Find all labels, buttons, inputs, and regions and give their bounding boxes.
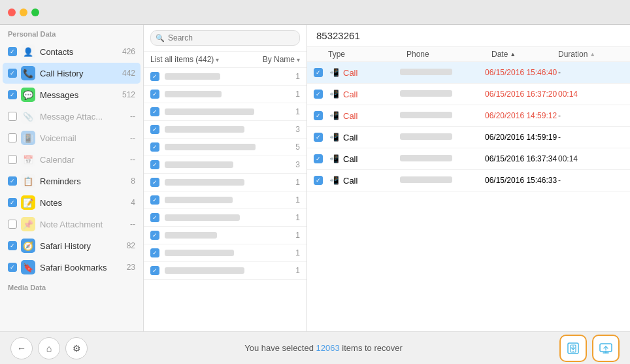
blurred-name-bar xyxy=(165,267,244,274)
sidebar-label-messages: Messages xyxy=(40,90,120,100)
detail-row-checkbox[interactable] xyxy=(314,176,323,185)
sidebar-item-voicemail[interactable]: 📳Voicemail-- xyxy=(3,127,141,148)
list-row-checkbox[interactable] xyxy=(150,125,159,134)
sidebar-checkbox-safari-history[interactable] xyxy=(8,241,17,250)
list-row[interactable]: 1 xyxy=(144,227,307,244)
col-header-date[interactable]: Date ▲ xyxy=(491,50,558,59)
col-header-duration[interactable]: Duration ▲ xyxy=(558,50,623,59)
list-row[interactable]: 5 xyxy=(144,139,307,156)
list-row-checkbox[interactable] xyxy=(150,160,159,169)
sidebar-icon-voicemail: 📳 xyxy=(21,131,35,145)
recover-to-computer-button[interactable] xyxy=(592,335,620,362)
blurred-phone-bar xyxy=(400,90,452,97)
list-row-checkbox[interactable] xyxy=(150,90,159,99)
detail-duration: 00:14 xyxy=(558,90,623,99)
detail-date: 06/15/2016 15:46:33 xyxy=(485,176,558,185)
search-icon: 🔍 xyxy=(156,34,165,42)
sidebar-item-messages[interactable]: 💬Messages512 xyxy=(3,84,141,105)
bottom-status: You have selected 12063 items to recover xyxy=(244,343,403,353)
sidebar-checkbox-voicemail[interactable] xyxy=(8,133,17,142)
sidebar-item-reminders[interactable]: 📋Reminders8 xyxy=(3,171,141,191)
blurred-name-bar xyxy=(165,144,256,150)
detail-list: 📲Call06/15/2016 15:46:40-📲Call06/15/2016… xyxy=(307,62,630,331)
sidebar-label-safari-history: Safari History xyxy=(40,241,124,251)
detail-phone xyxy=(400,90,485,99)
list-row[interactable]: 1 xyxy=(144,103,307,121)
list-row-checkbox[interactable] xyxy=(150,231,159,240)
sidebar-item-calendar[interactable]: 📅Calendar-- xyxy=(3,149,141,170)
detail-row-checkbox[interactable] xyxy=(314,68,323,77)
sidebar-item-call-history[interactable]: 📞Call History442 xyxy=(3,63,141,84)
duration-sort-icon: ▲ xyxy=(589,51,595,58)
search-input[interactable] xyxy=(150,30,300,46)
detail-row[interactable]: 📲Call06/15/2016 15:46:40- xyxy=(307,62,630,84)
list-row[interactable]: 1 xyxy=(144,86,307,103)
list-row-checkbox[interactable] xyxy=(150,72,159,81)
close-button[interactable] xyxy=(8,8,16,16)
sidebar-count-note-attachment: -- xyxy=(130,220,135,229)
list-row[interactable]: 3 xyxy=(144,121,307,139)
minimize-button[interactable] xyxy=(20,8,27,16)
detail-row[interactable]: 📲Call06/20/2016 14:59:19- xyxy=(307,127,630,148)
sidebar-count-messages: 512 xyxy=(122,90,135,99)
list-row[interactable]: 3 xyxy=(144,156,307,174)
list-row-checkbox[interactable] xyxy=(150,248,159,257)
blurred-name-bar xyxy=(165,161,233,168)
sidebar-checkbox-call-history[interactable] xyxy=(8,69,17,78)
sidebar-item-safari-bookmarks[interactable]: 🔖Safari Bookmarks23 xyxy=(3,257,141,278)
list-dropdown-chevron: ▾ xyxy=(216,56,219,63)
list-row[interactable]: 1 xyxy=(144,209,307,227)
list-row[interactable]: 1 xyxy=(144,191,307,209)
col-header-phone: Phone xyxy=(406,50,491,59)
sidebar-label-calendar: Calendar xyxy=(40,155,127,165)
sidebar-checkbox-notes[interactable] xyxy=(8,198,17,207)
sidebar-checkbox-note-attachment[interactable] xyxy=(8,220,17,229)
sidebar-checkbox-safari-bookmarks[interactable] xyxy=(8,263,17,272)
sidebar-item-safari-history[interactable]: 🧭Safari History82 xyxy=(3,235,141,256)
back-button[interactable]: ← xyxy=(10,337,33,359)
detail-row-checkbox[interactable] xyxy=(314,90,323,99)
list-row-checkbox[interactable] xyxy=(150,107,159,116)
list-row-checkbox[interactable] xyxy=(150,213,159,222)
maximize-button[interactable] xyxy=(31,8,39,16)
detail-row-checkbox[interactable] xyxy=(314,133,323,142)
sort-dropdown[interactable]: By Name ▾ xyxy=(263,55,300,64)
sidebar-item-note-attachment[interactable]: 📌Note Attachment-- xyxy=(3,214,141,235)
detail-row[interactable]: 📲Call06/20/2016 14:59:12- xyxy=(307,105,630,127)
sidebar-item-contacts[interactable]: 👤Contacts426 xyxy=(3,41,141,62)
detail-row[interactable]: 📲Call06/15/2016 15:46:33- xyxy=(307,170,630,191)
settings-button[interactable]: ⚙ xyxy=(65,337,88,359)
sidebar-checkbox-calendar[interactable] xyxy=(8,155,17,164)
recover-to-device-button[interactable] xyxy=(559,335,587,362)
list-row[interactable]: 1 xyxy=(144,262,307,280)
sidebar-item-message-attac[interactable]: 📎Message Attac...-- xyxy=(3,106,141,127)
sidebar-checkbox-reminders[interactable] xyxy=(8,176,17,186)
list-row[interactable]: 1 xyxy=(144,174,307,191)
middle-panel: 🔍 List all items (442) ▾ By Name ▾ 11135… xyxy=(144,25,307,331)
sidebar-checkbox-messages[interactable] xyxy=(8,90,17,99)
list-row-checkbox[interactable] xyxy=(150,142,159,152)
detail-duration: - xyxy=(558,133,623,142)
list-row-checkbox[interactable] xyxy=(150,195,159,205)
list-row[interactable]: 1 xyxy=(144,244,307,262)
sidebar-count-reminders: 8 xyxy=(131,176,135,186)
detail-row-checkbox[interactable] xyxy=(314,111,323,120)
list-row-checkbox[interactable] xyxy=(150,178,159,187)
sidebar-checkbox-message-attac[interactable] xyxy=(8,112,17,121)
list-row-count: 1 xyxy=(295,248,300,257)
list-all-dropdown[interactable]: List all items (442) ▾ xyxy=(150,55,219,64)
list-row-checkbox[interactable] xyxy=(150,266,159,275)
detail-row[interactable]: 📲Call06/15/2016 16:37:2000:14 xyxy=(307,84,630,105)
home-button[interactable]: ⌂ xyxy=(38,337,60,359)
detail-row-checkbox[interactable] xyxy=(314,154,323,163)
list-row[interactable]: 1 xyxy=(144,68,307,86)
sidebar-label-notes: Notes xyxy=(40,198,128,208)
detail-phone xyxy=(400,68,485,77)
detail-row[interactable]: 📲Call06/15/2016 16:37:3400:14 xyxy=(307,148,630,170)
detail-type: 📲Call xyxy=(328,110,400,122)
call-icon: 📲 xyxy=(328,110,340,122)
call-label: Call xyxy=(343,176,357,186)
sidebar-item-notes[interactable]: 📝Notes4 xyxy=(3,192,141,213)
sidebar-checkbox-contacts[interactable] xyxy=(8,47,17,56)
call-label: Call xyxy=(343,154,357,164)
